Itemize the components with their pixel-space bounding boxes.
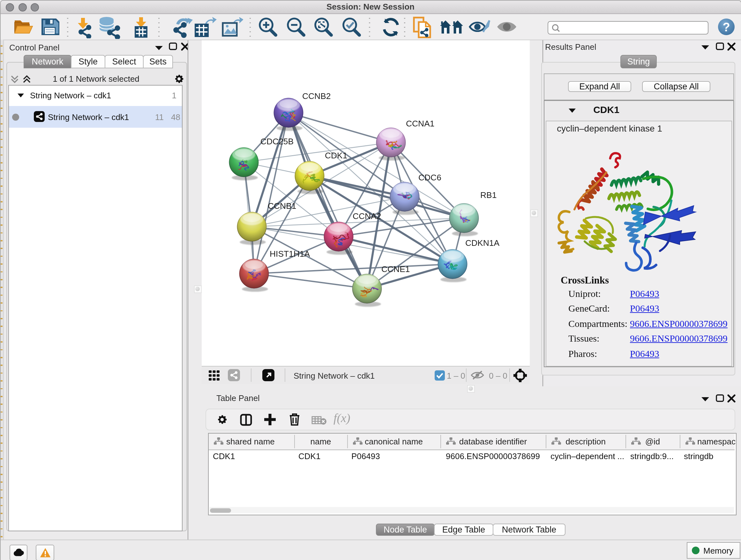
svg-text:?: ? <box>723 20 730 34</box>
svg-text:CDKN1A: CDKN1A <box>465 238 499 248</box>
svg-text:CDK1: CDK1 <box>325 151 347 160</box>
svg-text:RB1: RB1 <box>480 190 496 200</box>
svg-text:HIST1H1A: HIST1H1A <box>270 249 310 259</box>
svg-text:CDC6: CDC6 <box>418 173 441 182</box>
svg-text:CCNB1: CCNB1 <box>268 201 296 211</box>
svg-text:CCNA2: CCNA2 <box>353 211 381 221</box>
svg-text:CCNB2: CCNB2 <box>302 91 331 101</box>
svg-text:CCNE1: CCNE1 <box>381 264 410 274</box>
svg-text:CCNA1: CCNA1 <box>406 119 434 128</box>
svg-text:CDC25B: CDC25B <box>260 137 293 146</box>
